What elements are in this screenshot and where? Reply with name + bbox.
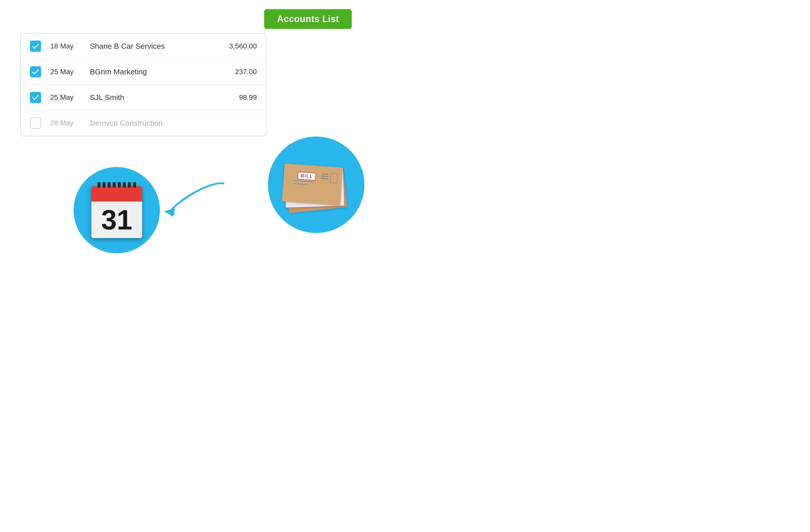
row-amount: 237.00: [221, 68, 257, 76]
checkbox-checked[interactable]: [30, 41, 41, 52]
row-date: 25 May: [50, 93, 81, 101]
checkbox-checked[interactable]: [30, 66, 41, 77]
stamp-line: [321, 175, 328, 177]
bill-lines: [293, 180, 314, 186]
calendar-day: 31: [101, 206, 132, 234]
row-name: Shane B Car Services: [90, 42, 221, 50]
stamp-line: [322, 173, 329, 175]
row-date: 25 May: [50, 68, 81, 76]
bills-icon: BILL: [283, 159, 349, 210]
accounts-list-button[interactable]: Accounts List: [264, 9, 352, 29]
checkmark-icon: [32, 44, 39, 49]
checkmark-icon: [32, 69, 39, 75]
arrow-icon: [162, 176, 228, 216]
stamp-line: [321, 178, 328, 179]
calendar-content: 31: [91, 201, 142, 238]
envelope-front: BILL: [282, 163, 343, 206]
calendar-binding: [97, 182, 136, 188]
checkmark-icon: [32, 95, 39, 100]
row-name: Demvco Construction: [90, 119, 221, 127]
row-date: 28 May: [50, 119, 81, 127]
stamp-squiggles: [321, 173, 329, 179]
list-item[interactable]: 25 May BGrim Marketing 237.00: [21, 59, 266, 85]
row-amount: 98.99: [221, 93, 257, 101]
list-item[interactable]: 28 May Demvco Construction: [21, 110, 266, 136]
bills-circle: BILL: [268, 136, 364, 233]
bill-label: BILL: [297, 172, 316, 181]
row-name: BGrim Marketing: [90, 67, 221, 76]
row-date: 18 May: [50, 42, 81, 50]
row-amount: 3,560.00: [221, 42, 257, 50]
list-item[interactable]: 18 May Shane B Car Services 3,560.00: [21, 33, 266, 59]
checkbox-checked[interactable]: [30, 92, 41, 103]
calendar-body: 31: [91, 186, 142, 238]
bill-line: [293, 183, 307, 185]
row-name: SJL Smith: [90, 93, 221, 102]
accounts-list-panel: 18 May Shane B Car Services 3,560.00 25 …: [20, 33, 266, 136]
checkbox-unchecked[interactable]: [30, 117, 41, 129]
calendar-header: [91, 186, 142, 201]
bill-stamp: [330, 173, 338, 183]
list-item[interactable]: 25 May SJL Smith 98.99: [21, 85, 266, 110]
calendar-icon: 31: [91, 182, 142, 238]
calendar-circle: 31: [74, 167, 160, 253]
